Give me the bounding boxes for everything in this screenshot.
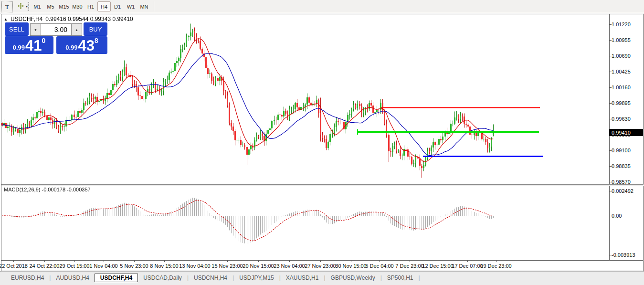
date-axis-label: 20 Nov 15:00	[243, 263, 274, 269]
macd-axis-label: -0.003913	[612, 252, 635, 258]
date-axis-label: 13 Nov 04:00	[179, 263, 210, 269]
timeframe-button-m30[interactable]: M30	[71, 1, 84, 11]
chart-header: ▲ USDCHF,H4 0.99416 0.99544 0.99343 0.99…	[4, 16, 133, 22]
tab-xauusd-h1[interactable]: XAUUSD,H1	[281, 274, 324, 282]
timeframe-buttons: M1M5M15M30H1H4D1W1MN	[31, 1, 151, 11]
sell-price-pip-digit: 0	[42, 37, 46, 44]
macd-indicator-label: MACD(12,26,9) -0.000178 -0.000357	[4, 187, 91, 192]
volume-increase-button[interactable]: ▲	[71, 24, 82, 35]
date-axis-label: 5 Nov 23:00	[120, 263, 148, 269]
buy-button[interactable]: BUY	[84, 22, 107, 36]
sell-button[interactable]: SELL	[5, 22, 29, 36]
macd-axis-label: 0.00	[612, 213, 622, 219]
timeframe-button-h4[interactable]: H4	[97, 1, 111, 11]
tab-eurusd-h4[interactable]: EURUSD,H4	[6, 274, 49, 282]
text-label-tool-button[interactable]: T	[1, 1, 13, 12]
date-axis-label: 27 Nov 23:00	[305, 263, 336, 269]
date-axis-label: 5 Dec 04:00	[365, 263, 393, 269]
tab-usdjpy-m15[interactable]: USDJPY,M15	[234, 274, 279, 282]
top-toolbar: T ▼ M1M5M15M30H1H4D1W1MN	[0, 0, 644, 13]
tab-gbpusd-weekly[interactable]: GBPUSD,Weekly	[326, 274, 380, 282]
date-axis-label: 7 Dec 23:00	[395, 263, 423, 269]
date-axis-label: 8 Nov 15:00	[150, 263, 178, 269]
sell-price-big-digits: 41	[25, 39, 42, 53]
price-axis-label: 1.00160	[612, 84, 631, 90]
date-axis-label: 17 Dec 07:00	[452, 263, 483, 269]
timeframe-button-d1[interactable]: D1	[111, 1, 124, 11]
tab-usdcad-daily[interactable]: USDCAD,Daily	[138, 274, 187, 282]
buy-price-prefix: 0.99	[65, 44, 77, 51]
date-axis-label: 19 Dec 23:00	[480, 263, 511, 269]
buy-price-display[interactable]: 0.99 43 8	[56, 36, 107, 54]
date-axis-tick	[410, 261, 410, 262]
chart-window-border-right	[643, 14, 644, 271]
chart-ohlc-values: 0.99416 0.99544 0.99343 0.99410	[45, 16, 133, 22]
timeframe-button-m1[interactable]: M1	[31, 1, 44, 11]
price-axis-label: 0.99100	[612, 148, 631, 153]
date-axis-tick	[289, 261, 290, 262]
price-axis-label: 0.99895	[612, 100, 631, 106]
date-axis-tick	[438, 261, 438, 262]
timeframe-button-w1[interactable]: W1	[124, 1, 137, 11]
price-axis-label: 0.98570	[612, 179, 631, 185]
price-axis-label: 1.00955	[612, 37, 631, 43]
price-axis-label: 0.98835	[612, 163, 631, 169]
date-axis-tick	[496, 261, 496, 262]
price-axis-label: 1.00690	[612, 53, 631, 59]
date-axis-tick	[380, 261, 380, 262]
date-axis-label: 24 Oct 22:00	[30, 263, 60, 269]
date-axis-tick	[104, 261, 104, 262]
price-axis-label: 0.99630	[612, 116, 631, 122]
timeframe-button-m5[interactable]: M5	[44, 1, 57, 11]
price-axis-label: 1.00425	[612, 69, 631, 74]
sell-price-prefix: 0.99	[13, 44, 25, 51]
date-axis-label: 12 Dec 15:00	[422, 263, 453, 269]
chart-symbol-label: USDCHF,H4	[11, 16, 42, 22]
price-axis-label: 1.01220	[612, 21, 631, 27]
chart-tab-bar: EURUSD,H4|AUDUSD,H4USDCHF,H4USDCAD,Daily…	[0, 271, 644, 285]
macd-axis-label: 0.002492	[612, 188, 633, 194]
date-axis-tick	[320, 261, 321, 262]
arrows-icon	[18, 2, 24, 11]
volume-stepper: ▼ 3.00 ▲	[30, 23, 82, 36]
timeframe-button-h1[interactable]: H1	[84, 1, 97, 11]
date-axis-label: 15 Nov 23:00	[211, 263, 243, 269]
date-axis-label: 1 Nov 04:00	[89, 263, 117, 269]
timeframe-button-m15[interactable]: M15	[57, 1, 71, 11]
tab-usdchf-h4[interactable]: USDCHF,H4	[95, 274, 138, 282]
date-axis-label: 29 Oct 15:00	[60, 263, 90, 269]
date-axis-tick	[74, 261, 75, 262]
date-axis-tick	[44, 261, 45, 262]
tab-separator-icon: |	[419, 274, 420, 281]
date-axis-tick	[134, 261, 135, 262]
chart-tabs: EURUSD,H4|AUDUSD,H4USDCHF,H4USDCAD,Daily…	[6, 273, 420, 283]
current-price-tag: 0.99410	[609, 129, 643, 136]
date-axis-label: 22 Oct 2018	[0, 263, 28, 269]
date-axis-tick	[13, 261, 14, 262]
toolbar-grip-handle[interactable]	[28, 2, 29, 11]
buy-price-pip-digit: 8	[95, 37, 98, 44]
toolbar-separator	[154, 1, 154, 11]
date-axis-tick	[164, 261, 165, 262]
tab-sp500-h1[interactable]: SP500,H1	[382, 274, 419, 282]
timeframe-button-mn[interactable]: MN	[137, 1, 151, 11]
macd-canvas[interactable]	[1, 186, 609, 260]
sell-price-display[interactable]: 0.99 41 0	[5, 36, 53, 54]
date-axis-tick	[467, 261, 468, 262]
date-axis-label: 23 Nov 04:00	[274, 263, 305, 269]
date-axis-tick	[227, 261, 228, 262]
metatrader-window: T ▼ M1M5M15M30H1H4D1W1MN MACD(12,26,9) -…	[0, 0, 644, 285]
price-axis-border	[609, 14, 610, 261]
volume-input[interactable]: 3.00	[41, 24, 71, 35]
tab-usdcnh-h4[interactable]: USDCNH,H4	[189, 274, 232, 282]
date-axis-tick	[195, 261, 195, 262]
buy-price-big-digits: 43	[78, 39, 95, 53]
date-axis-tick	[351, 261, 351, 262]
volume-decrease-button[interactable]: ▼	[31, 24, 41, 35]
collapse-panel-icon[interactable]: ▲	[4, 17, 8, 21]
date-axis-tick	[258, 261, 259, 262]
date-axis-label: 30 Nov 15:00	[335, 263, 366, 269]
tab-audusd-h4[interactable]: AUDUSD,H4	[51, 274, 94, 282]
date-axis-border	[1, 260, 644, 261]
